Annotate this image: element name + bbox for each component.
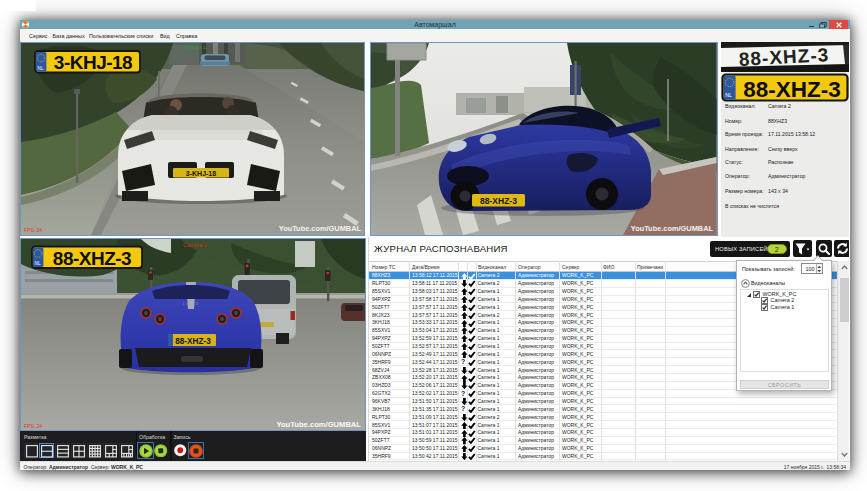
svg-text:3-KHJ-18: 3-KHJ-18: [186, 170, 216, 177]
svg-text:NL: NL: [38, 66, 44, 71]
svg-text:LOTUS: LOTUS: [183, 302, 199, 306]
svg-text:88-XHZ-3: 88-XHZ-3: [175, 336, 211, 345]
svg-text:88-XHZ-3: 88-XHZ-3: [480, 196, 517, 206]
svg-text:YouTube.com/GUMBAL: YouTube.com/GUMBAL: [276, 420, 361, 429]
svg-text:88-XHZ-3: 88-XHZ-3: [53, 247, 131, 268]
svg-text:3-KHJ-18: 3-KHJ-18: [54, 52, 132, 73]
svg-text:NL: NL: [725, 92, 732, 98]
svg-text:FPS: 24: FPS: 24: [24, 227, 42, 233]
svg-text:YouTube.com/GUMBAL: YouTube.com/GUMBAL: [279, 224, 362, 233]
svg-text:NL: NL: [35, 261, 41, 266]
svg-text:Camera 2: Camera 2: [183, 241, 207, 247]
svg-text:Camera 1: Camera 1: [184, 44, 206, 50]
svg-text:YouTube.com/GUMBAL: YouTube.com/GUMBAL: [631, 224, 714, 233]
svg-text:FPS: 24: FPS: 24: [24, 423, 42, 429]
svg-text:88-XHZ-3: 88-XHZ-3: [743, 76, 841, 101]
